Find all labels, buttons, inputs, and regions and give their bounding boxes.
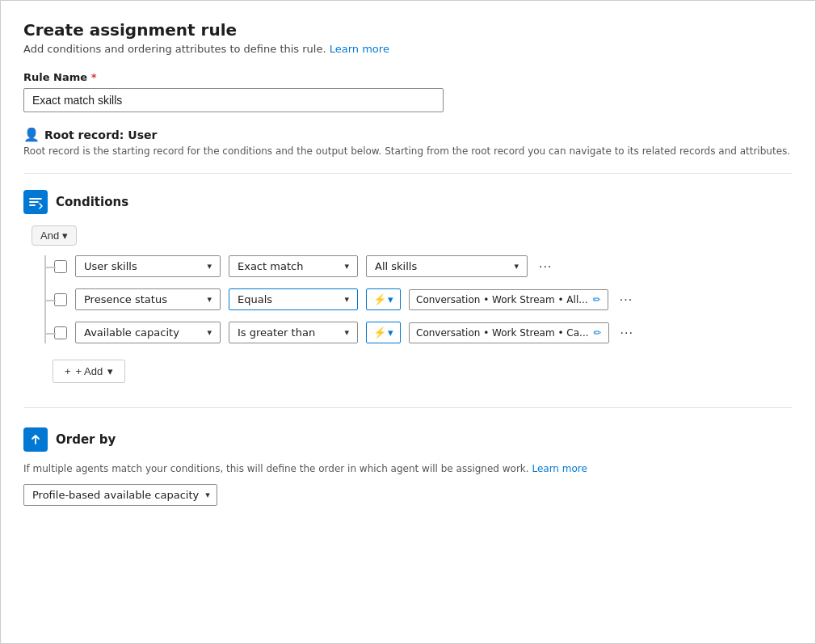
lightning-button-3[interactable]: ⚡ ▾ [366, 322, 401, 343]
divider [23, 173, 793, 174]
chevron-down-icon: ▾ [514, 261, 519, 271]
chevron-down-icon: ▾ [207, 261, 212, 271]
conditions-header: Conditions [23, 190, 793, 214]
more-options-3[interactable]: ··· [617, 324, 637, 342]
and-chevron-icon: ▾ [62, 229, 68, 242]
lightning-icon: ⚡ [373, 326, 386, 339]
page-title: Create assignment rule [23, 20, 793, 40]
rule-name-field: Rule Name * [23, 71, 793, 112]
order-by-title: Order by [56, 432, 116, 447]
condition-row: Presence status ▾ Equals ▾ ⚡ ▾ Conversat… [46, 288, 793, 310]
root-record: 👤 Root record: User [23, 127, 793, 142]
and-group: And ▾ User skills ▾ Exact match ▾ All sk… [32, 225, 793, 383]
lightning-icon: ⚡ [373, 293, 386, 305]
condition-checkbox-3[interactable] [54, 326, 67, 339]
add-chevron-icon: ▾ [107, 365, 113, 377]
more-options-2[interactable]: ··· [616, 291, 636, 309]
order-by-header: Order by [23, 427, 793, 452]
rule-name-label: Rule Name * [23, 71, 793, 83]
order-by-learn-more[interactable]: Learn more [532, 463, 587, 474]
operator-dropdown-3[interactable]: Is greater than ▾ [229, 322, 358, 343]
divider-2 [23, 407, 793, 408]
condition-row: Available capacity ▾ Is greater than ▾ ⚡… [46, 322, 793, 343]
page-subtitle: Add conditions and ordering attributes t… [23, 43, 793, 55]
subtitle-learn-more[interactable]: Learn more [330, 43, 389, 55]
chevron-down-icon: ▾ [207, 327, 212, 338]
order-by-desc: If multiple agents match your conditions… [23, 463, 793, 474]
and-button[interactable]: And ▾ [32, 225, 77, 246]
conditions-list: User skills ▾ Exact match ▾ All skills ▾… [44, 255, 793, 343]
root-record-label: Root record: User [44, 128, 157, 141]
condition-checkbox-1[interactable] [54, 260, 67, 273]
operator-dropdown-2[interactable]: Equals ▾ [229, 288, 358, 310]
field-dropdown-2[interactable]: Presence status ▾ [75, 288, 221, 310]
required-indicator: * [91, 71, 97, 83]
operator-dropdown-1[interactable]: Exact match ▾ [229, 255, 358, 277]
value-display-3: Conversation • Work Stream • Ca... ✏ [409, 322, 609, 343]
root-record-desc: Root record is the starting record for t… [23, 145, 793, 157]
lightning-chevron-icon: ▾ [388, 326, 393, 339]
value-dropdown-1[interactable]: All skills ▾ [366, 255, 528, 277]
conditions-section: Conditions And ▾ User skills ▾ Exact mat… [23, 190, 793, 383]
field-dropdown-3[interactable]: Available capacity ▾ [75, 322, 221, 343]
chevron-down-icon: ▾ [207, 294, 212, 305]
order-by-section: Order by If multiple agents match your c… [23, 427, 793, 506]
add-plus-icon: + [65, 365, 71, 377]
order-by-dropdown[interactable]: Profile-based available capacity ▾ [23, 484, 217, 506]
more-options-1[interactable]: ··· [536, 258, 555, 276]
lightning-button-2[interactable]: ⚡ ▾ [366, 288, 401, 310]
person-icon: 👤 [23, 127, 40, 142]
field-dropdown-1[interactable]: User skills ▾ [75, 255, 221, 277]
value-display-2: Conversation • Work Stream • All... ✏ [409, 289, 608, 310]
chevron-down-icon: ▾ [344, 327, 349, 338]
chevron-down-icon: ▾ [344, 261, 349, 271]
conditions-title: Conditions [56, 195, 128, 209]
conditions-icon [23, 190, 48, 214]
add-condition-button[interactable]: + + Add ▾ [53, 360, 125, 383]
lightning-chevron-icon: ▾ [388, 293, 393, 305]
condition-row: User skills ▾ Exact match ▾ All skills ▾… [46, 255, 793, 277]
rule-name-input[interactable] [23, 88, 444, 112]
edit-icon[interactable]: ✏ [593, 294, 601, 305]
chevron-down-icon: ▾ [205, 490, 210, 500]
condition-checkbox-2[interactable] [54, 293, 67, 306]
order-by-icon [23, 427, 48, 452]
edit-icon[interactable]: ✏ [594, 327, 602, 339]
chevron-down-icon: ▾ [344, 294, 349, 305]
